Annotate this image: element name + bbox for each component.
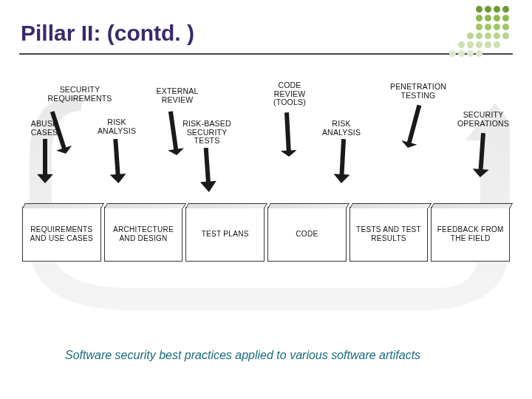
slide-caption: Software security best practices applied… — [65, 349, 420, 362]
phase-boxes-row: Requirements and Use CasesArchitecture a… — [22, 207, 510, 262]
logo-dot — [476, 6, 482, 13]
logo-dot — [494, 24, 500, 30]
logo-dot — [502, 6, 509, 13]
logo-dot — [494, 15, 500, 21]
logo-dot — [502, 33, 509, 39]
logo-dot — [494, 33, 500, 39]
logo-dot — [485, 33, 491, 39]
touchpoint-label: Risk analysis — [84, 118, 149, 135]
logo-dot — [485, 15, 491, 21]
logo-dot-grid — [449, 6, 516, 64]
touchpoint-arrow-icon — [387, 103, 427, 197]
logo-dot — [476, 50, 482, 57]
touchpoint-label: Security operations — [451, 111, 516, 128]
phase-box: Tests and Test Results — [349, 207, 429, 262]
logo-dot — [467, 33, 474, 39]
sdlc-diagram: Security requirementsAbuse casesRisk ana… — [22, 81, 510, 318]
touchpoint-arrow-icon — [107, 138, 127, 197]
touchpoint-label: Security requirements — [47, 86, 112, 103]
logo-dot — [458, 50, 465, 57]
touchpoint-arrow-icon — [279, 112, 299, 198]
logo-dot — [476, 33, 482, 39]
logo-dot — [485, 6, 491, 13]
touchpoint-label: Code review (tools) — [257, 81, 322, 107]
logo-dot — [485, 41, 491, 48]
phase-box: Test Plans — [185, 207, 265, 262]
logo-dot — [467, 50, 474, 57]
logo-dot — [494, 6, 500, 13]
touchpoint-arrow-icon — [37, 139, 53, 197]
touchpoint-arrow-icon — [471, 132, 491, 197]
phase-box: Architecture and Design — [104, 207, 183, 262]
title-underline — [19, 53, 513, 55]
touchpoint-arrow-icon — [332, 138, 352, 197]
phase-box: Requirements and Use Cases — [22, 207, 101, 262]
logo-dot — [476, 24, 482, 30]
slide-title: Pillar II: (contd. ) — [21, 21, 194, 46]
phase-box: Feedback from the Field — [431, 207, 510, 262]
logo-dot — [485, 24, 491, 30]
touchpoint-label: Risk-based security tests — [174, 120, 239, 146]
logo-dot — [476, 15, 482, 21]
touchpoint-label: Risk analysis — [309, 120, 374, 137]
logo-dot — [449, 50, 456, 57]
logo-dot — [502, 15, 509, 21]
touchpoint-label: External review — [145, 87, 210, 104]
logo-dot — [476, 41, 482, 48]
logo-dot — [467, 41, 474, 48]
logo-dot — [458, 41, 465, 48]
phase-box: Code — [267, 207, 347, 262]
touchpoint-label: Abuse cases — [12, 120, 77, 137]
logo-dot — [494, 41, 500, 48]
touchpoint-label: Penetration testing — [386, 83, 451, 100]
logo-dot — [502, 24, 509, 30]
touchpoint-arrow-icon — [198, 147, 218, 197]
